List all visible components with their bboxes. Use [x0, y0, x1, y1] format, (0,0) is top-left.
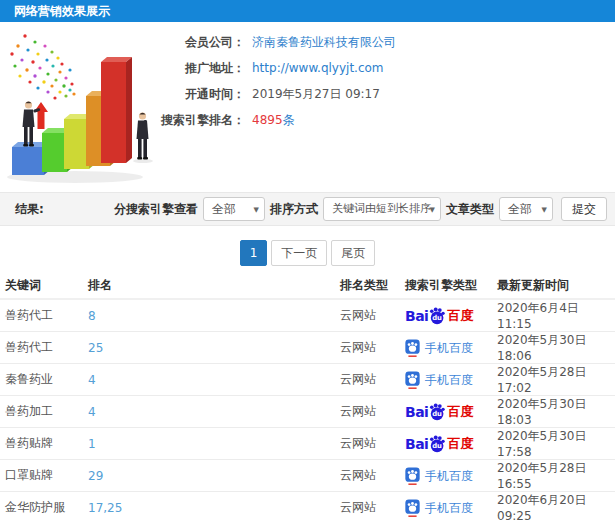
last-page-button[interactable]: 尾页	[331, 240, 375, 266]
member-company-link[interactable]: 济南秦鲁药业科技有限公司	[252, 34, 396, 51]
sort-filter-select[interactable]: 关键词由短到长排序 ▼	[323, 197, 441, 221]
updated-cell: 2020年5月28日 17:02	[497, 364, 615, 395]
baidu-mobile-logo: 手机百度	[405, 339, 473, 357]
confetti-dots	[10, 34, 75, 99]
baidu-bai-text: Bai	[405, 405, 428, 419]
open-time-value: 2019年5月27日 09:17	[252, 86, 380, 103]
rank-link[interactable]: 25	[88, 341, 340, 355]
keyword-cell: 兽药贴牌	[0, 435, 88, 452]
svg-text:du: du	[433, 442, 443, 450]
page-button-1[interactable]: 1	[240, 240, 268, 266]
engine-cell: 手机百度	[405, 499, 497, 517]
table-row: 秦鲁药业 4 云网站 手机百度 2020年5月28日 17:02	[0, 364, 615, 396]
chevron-down-icon: ▼	[254, 199, 259, 221]
table-row: 金华防护服 17,25 云网站 手机百度 2020年6月20日 09:25	[0, 492, 615, 520]
result-label: 结果:	[15, 201, 44, 218]
baidu-mobile-icon	[405, 467, 420, 485]
rank-type-cell: 云网站	[340, 403, 405, 420]
updated-cell: 2020年5月28日 16:55	[497, 460, 615, 491]
baidu-pc-logo: Bai du百度	[405, 403, 473, 421]
promo-url-link[interactable]: http://www.qlyyjt.com	[252, 60, 384, 77]
rank-link[interactable]: 8	[88, 309, 340, 323]
table-header-row: 关键词 排名 排名类型 搜索引擎类型 最新更新时间	[0, 272, 615, 300]
page-title: 网络营销效果展示	[14, 4, 110, 18]
rank-link[interactable]: 29	[88, 469, 340, 483]
baidu-mobile-icon	[405, 371, 420, 389]
updated-cell: 2020年6月4日 11:15	[497, 300, 615, 331]
svg-text:du: du	[433, 314, 443, 322]
rank-link[interactable]: 4	[88, 405, 340, 419]
type-filter-label: 文章类型	[446, 201, 494, 218]
window-title-bar: 网络营销效果展示	[0, 0, 615, 22]
baidu-mobile-logo: 手机百度	[405, 499, 473, 517]
engine-filter-select[interactable]: 全部 ▼	[203, 197, 265, 221]
rank-type-cell: 云网站	[340, 371, 405, 388]
baidu-pc-logo: Bai du百度	[405, 435, 473, 453]
rank-type-cell: 云网站	[340, 339, 405, 356]
baidu-mobile-label: 手机百度	[425, 470, 473, 482]
ranking-table: 关键词 排名 排名类型 搜索引擎类型 最新更新时间 兽药代工 8 云网站 Bai…	[0, 272, 615, 520]
engine-cell: Bai du百度	[405, 403, 497, 421]
type-filter-value: 全部	[508, 202, 532, 216]
baidu-mobile-logo: 手机百度	[405, 467, 473, 485]
keyword-cell: 兽药加工	[0, 403, 88, 420]
keyword-cell: 兽药代工	[0, 339, 88, 356]
rank-link[interactable]: 1	[88, 437, 340, 451]
up-arrow-icon	[34, 102, 48, 129]
bar-red	[101, 57, 132, 163]
chevron-down-icon: ▼	[542, 199, 547, 221]
baidu-mobile-label: 手机百度	[425, 502, 473, 514]
keyword-cell: 口罩贴牌	[0, 467, 88, 484]
rank-type-cell: 云网站	[340, 435, 405, 452]
header-engine-type: 搜索引擎类型	[405, 272, 497, 298]
header-updated: 最新更新时间	[497, 272, 615, 298]
baidu-bai-text: Bai	[405, 309, 428, 323]
engine-cell: 手机百度	[405, 339, 497, 357]
growth-chart-illustration	[0, 28, 182, 192]
baidu-cn-text: 百度	[447, 309, 473, 322]
keyword-cell: 金华防护服	[0, 499, 88, 516]
keyword-cell: 兽药代工	[0, 307, 88, 324]
baidu-mobile-icon	[405, 499, 420, 517]
baidu-mobile-icon	[405, 339, 420, 357]
baidu-mobile-label: 手机百度	[425, 342, 473, 354]
rank-type-cell: 云网站	[340, 467, 405, 484]
ranking-count-number: 4895	[252, 113, 283, 127]
rank-type-cell: 云网站	[340, 307, 405, 324]
baidu-pc-logo: Bai du百度	[405, 307, 473, 325]
table-row: 兽药贴牌 1 云网站 Bai du百度 2020年5月30日 17:58	[0, 428, 615, 460]
ranking-count-unit: 条	[283, 113, 295, 127]
baidu-cn-text: 百度	[447, 437, 473, 450]
svg-text:du: du	[433, 410, 443, 418]
baidu-paw-icon: du	[428, 403, 446, 421]
submit-button[interactable]: 提交	[561, 197, 607, 221]
table-row: 兽药代工 25 云网站 手机百度 2020年5月30日 18:06	[0, 332, 615, 364]
engine-cell: Bai du百度	[405, 307, 497, 325]
updated-cell: 2020年5月30日 18:06	[497, 332, 615, 363]
header-rank-type: 排名类型	[340, 272, 405, 298]
table-body: 兽药代工 8 云网站 Bai du百度 2020年6月4日 11:15 兽药代工…	[0, 300, 615, 520]
engine-cell: 手机百度	[405, 467, 497, 485]
engine-filter-value: 全部	[212, 202, 236, 216]
rank-link[interactable]: 17,25	[88, 501, 340, 515]
ranking-count-value: 4895条	[252, 112, 295, 129]
rank-link[interactable]: 4	[88, 373, 340, 387]
rank-type-cell: 云网站	[340, 499, 405, 516]
baidu-paw-icon: du	[428, 307, 446, 325]
updated-cell: 2020年6月20日 09:25	[497, 492, 615, 520]
table-row: 兽药加工 4 云网站 Bai du百度 2020年5月30日 18:03	[0, 396, 615, 428]
engine-filter-label: 分搜索引擎查看	[114, 201, 198, 218]
header-keyword: 关键词	[0, 272, 88, 298]
chevron-down-icon: ▼	[430, 199, 435, 221]
pagination: 1 下一页 尾页	[0, 240, 615, 266]
keyword-cell: 秦鲁药业	[0, 371, 88, 388]
baidu-bai-text: Bai	[405, 437, 428, 451]
baidu-mobile-label: 手机百度	[425, 374, 473, 386]
type-filter-select[interactable]: 全部 ▼	[499, 197, 553, 221]
baidu-mobile-logo: 手机百度	[405, 371, 473, 389]
filter-bar: 结果: 分搜索引擎查看 全部 ▼ 排序方式 关键词由短到长排序 ▼ 文章类型 全…	[0, 192, 615, 226]
businessman-right	[133, 112, 153, 163]
account-summary-section: 会员公司： 济南秦鲁药业科技有限公司 推广地址： http://www.qlyy…	[0, 22, 615, 192]
next-page-button[interactable]: 下一页	[271, 240, 327, 266]
updated-cell: 2020年5月30日 18:03	[497, 396, 615, 427]
